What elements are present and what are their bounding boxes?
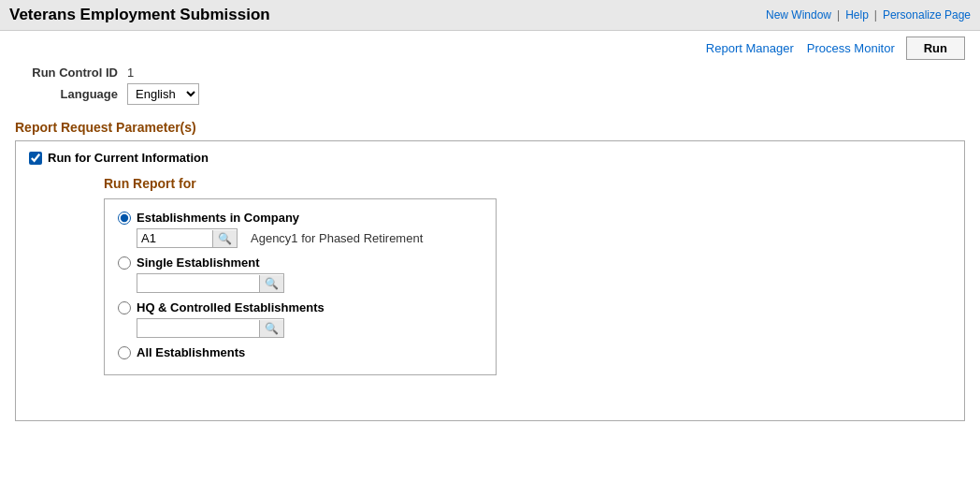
top-bar: Veterans Employment Submission New Windo… — [0, 0, 980, 31]
separator-1: | — [837, 8, 840, 22]
toolbar-links: Report Manager Process Monitor — [706, 41, 895, 55]
hq-search-field: 🔍 — [137, 318, 284, 338]
single-est-input-row: 🔍 — [137, 273, 483, 293]
hq-search-button[interactable]: 🔍 — [259, 320, 283, 337]
radio-row-single-est: Single Establishment — [118, 256, 483, 270]
run-report-box: Establishments in Company 🔍 Agency1 for … — [104, 198, 497, 375]
radio-hq-controlled-label[interactable]: HQ & Controlled Establishments — [137, 300, 324, 314]
agency-description: Agency1 for Phased Retirement — [251, 231, 423, 245]
radio-single-est-label[interactable]: Single Establishment — [137, 256, 259, 270]
language-select[interactable]: English French Spanish German — [127, 83, 199, 105]
form-section: Run Control ID 1 Language English French… — [0, 62, 980, 112]
search-icon-2: 🔍 — [265, 277, 279, 290]
process-monitor-link[interactable]: Process Monitor — [807, 41, 895, 55]
radio-all-est-label[interactable]: All Establishments — [137, 345, 245, 359]
top-links: New Window | Help | Personalize Page — [766, 8, 971, 22]
language-label: Language — [15, 87, 127, 101]
est-company-input-row: 🔍 Agency1 for Phased Retirement — [137, 228, 483, 248]
hq-input[interactable] — [137, 319, 259, 337]
radio-row-all-est: All Establishments — [118, 345, 483, 359]
radio-row-hq: HQ & Controlled Establishments — [118, 300, 483, 314]
single-est-input[interactable] — [137, 274, 259, 292]
radio-row-est-company: Establishments in Company — [118, 211, 483, 225]
single-est-search-button[interactable]: 🔍 — [259, 275, 283, 292]
run-control-id-value: 1 — [127, 66, 134, 80]
run-current-checkbox[interactable] — [29, 152, 42, 165]
page-wrapper: Veterans Employment Submission New Windo… — [0, 0, 980, 497]
radio-single-est[interactable] — [118, 256, 131, 270]
run-current-row: Run for Current Information — [29, 151, 951, 165]
run-current-label[interactable]: Run for Current Information — [48, 151, 209, 165]
search-icon: 🔍 — [218, 232, 232, 245]
report-request-header: Report Request Parameter(s) — [15, 120, 965, 135]
run-report-title: Run Report for — [104, 176, 951, 191]
toolbar-row: Report Manager Process Monitor Run — [0, 31, 980, 62]
new-window-link[interactable]: New Window — [766, 8, 831, 22]
run-control-id-row: Run Control ID 1 — [15, 66, 965, 80]
separator-2: | — [874, 8, 877, 22]
est-company-input[interactable] — [137, 229, 212, 247]
run-control-id-label: Run Control ID — [15, 66, 127, 80]
report-params-box: Run for Current Information Run Report f… — [15, 140, 965, 421]
run-report-section: Run Report for Establishments in Company… — [104, 176, 951, 375]
run-button[interactable]: Run — [906, 37, 965, 60]
personalize-link[interactable]: Personalize Page — [883, 8, 971, 22]
single-est-search-field: 🔍 — [137, 273, 284, 293]
page-title: Veterans Employment Submission — [9, 6, 270, 24]
radio-hq-controlled[interactable] — [118, 301, 131, 314]
language-row: Language English French Spanish German — [15, 83, 965, 105]
help-link[interactable]: Help — [845, 8, 869, 22]
search-icon-3: 🔍 — [265, 322, 279, 335]
est-company-search-button[interactable]: 🔍 — [212, 230, 237, 247]
hq-input-row: 🔍 — [137, 318, 483, 338]
radio-all-est[interactable] — [118, 346, 131, 359]
est-company-search-field: 🔍 — [137, 228, 238, 248]
radio-est-company-label[interactable]: Establishments in Company — [137, 211, 299, 225]
radio-est-company[interactable] — [118, 212, 131, 225]
report-manager-link[interactable]: Report Manager — [706, 41, 794, 55]
